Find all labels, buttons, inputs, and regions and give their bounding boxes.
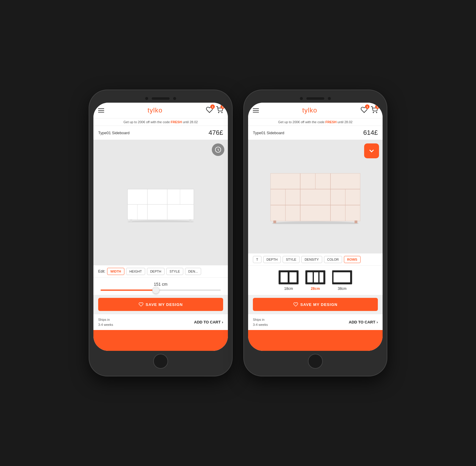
save-design-btn-1[interactable]: SAVE MY DESIGN [98,298,223,311]
edit-section-2: T DEPTH STYLE DENSITY COLOR ROWS [248,253,383,265]
edit-tabs-row-1: Edit: WIDTH HEIGHT DEPTH STYLE DEN... [98,268,223,275]
product-footer-2: Ships in3-4 weeks ADD TO CART › [248,314,383,330]
row-icon-18 [278,270,299,285]
app-logo-1: tylko [148,107,162,114]
svg-point-1 [222,112,222,113]
shelf-image-1 [122,179,199,226]
svg-point-14 [373,112,374,113]
wishlist-icon-1[interactable]: 1 [206,106,213,115]
product-price-2: 614£ [363,129,378,137]
promo-bar-1: Get up to 200€ off with the code FRESH u… [93,118,228,126]
svg-rect-26 [355,221,357,223]
slider-track-1[interactable] [101,290,221,291]
tab-style-1[interactable]: STYLE [166,268,183,275]
tab-color-2[interactable]: COLOR [324,256,342,263]
product-price-1: 476£ [209,129,223,137]
bottom-bar-2 [248,330,383,351]
save-design-btn-2[interactable]: SAVE MY DESIGN [253,298,378,311]
slider-value-1: 151 cm [98,282,223,287]
row-icon-28 [305,270,326,285]
product-footer-1: Ships in3-4 weeks ADD TO CART › [93,314,228,330]
edit-section-1: Edit: WIDTH HEIGHT DEPTH STYLE DEN... [93,265,228,277]
app-header-2: tylko 1 1 [248,103,383,118]
ar-button-2[interactable] [364,143,379,158]
hamburger-menu-1[interactable] [98,108,104,112]
ar-button-1[interactable] [212,143,224,156]
promo-bar-2: Get up to 200€ off with the code FRESH u… [248,118,383,126]
tab-depth-2[interactable]: DEPTH [263,256,281,263]
tab-density-2[interactable]: DENSITY [301,256,322,263]
wishlist-icon-2[interactable]: 1 [361,106,368,115]
svg-point-3 [128,220,194,222]
rows-section-2: 18cm 28cm [248,265,383,295]
row-label-38: 38cm [338,287,346,291]
svg-point-16 [272,221,359,224]
svg-rect-32 [314,272,318,282]
row-option-38[interactable]: 38cm [332,270,353,291]
product-image-2 [248,140,383,253]
ships-info-1: Ships in3-4 weeks [98,317,113,327]
slider-fill-1 [101,290,155,291]
add-to-cart-btn-1[interactable]: ADD TO CART › [194,320,223,324]
product-image-1 [93,140,228,265]
slider-thumb-1[interactable] [152,287,159,294]
tab-depth-1[interactable]: DEPTH [147,268,165,275]
svg-point-0 [218,112,219,113]
cart-badge-2: 1 [375,104,380,109]
edit-label-1: Edit: [98,269,105,273]
row-label-18: 18cm [284,287,293,291]
phone-1-top-bar [93,94,228,103]
product-header-1: Type01 Sideboard 476£ [93,126,228,140]
home-button-2[interactable] [308,354,323,369]
edit-tabs-row-2: T DEPTH STYLE DENSITY COLOR ROWS [253,256,378,263]
cart-badge-1: 1 [220,104,225,109]
svg-rect-35 [333,272,350,282]
product-name-2: Type01 Sideboard [253,131,284,135]
header-icons-1: 1 1 [206,106,223,115]
app-header-1: tylko 1 1 [93,103,228,118]
wishlist-badge-2: 1 [365,104,369,109]
svg-rect-13 [189,219,191,222]
bottom-bar-1 [93,330,228,351]
row-label-28: 28cm [311,287,320,291]
add-to-cart-btn-2[interactable]: ADD TO CART › [349,320,378,324]
tab-den-1[interactable]: DEN... [185,268,201,275]
tab-width-1[interactable]: WIDTH [107,268,124,275]
svg-rect-29 [289,272,297,282]
tab-rows-2[interactable]: ROWS [344,256,361,263]
cart-icon-1[interactable]: 1 [216,106,223,115]
ships-info-2: Ships in3-4 weeks [253,317,268,327]
phone-2: tylko 1 1 [244,90,387,376]
front-camera [145,97,148,100]
wishlist-badge-1: 1 [210,104,215,109]
phone-2-screen-area: tylko 1 1 [248,103,383,351]
slider-section-1: 151 cm [93,277,228,295]
phone-1-screen-area: tylko 1 1 [93,103,228,351]
speaker-2 [306,97,324,100]
row-option-28[interactable]: 28cm [305,270,326,291]
tab-style-2[interactable]: STYLE [283,256,300,263]
tab-t-2[interactable]: T [253,256,262,263]
shelf-image-2 [265,165,366,228]
phone-2-top-bar [248,94,383,103]
svg-point-15 [376,112,377,113]
phone-2-screen: tylko 1 1 [248,103,383,351]
phone-1: tylko 1 1 [89,90,232,376]
cart-icon-2[interactable]: 1 [371,106,378,115]
svg-rect-31 [307,272,313,282]
phone-1-bottom [93,351,228,372]
header-icons-2: 1 1 [361,106,378,115]
row-option-18[interactable]: 18cm [278,270,299,291]
phone-1-screen: tylko 1 1 [93,103,228,351]
row-icon-38 [332,270,353,285]
app-logo-2: tylko [302,107,317,114]
tab-height-1[interactable]: HEIGHT [126,268,145,275]
product-name-1: Type01 Sideboard [98,131,130,135]
hamburger-menu-2[interactable] [253,108,259,112]
home-button-1[interactable] [153,354,168,369]
svg-rect-28 [281,272,288,282]
svg-rect-25 [273,221,276,223]
svg-rect-33 [320,272,323,282]
front-camera-3 [300,97,303,100]
speaker [152,97,170,100]
